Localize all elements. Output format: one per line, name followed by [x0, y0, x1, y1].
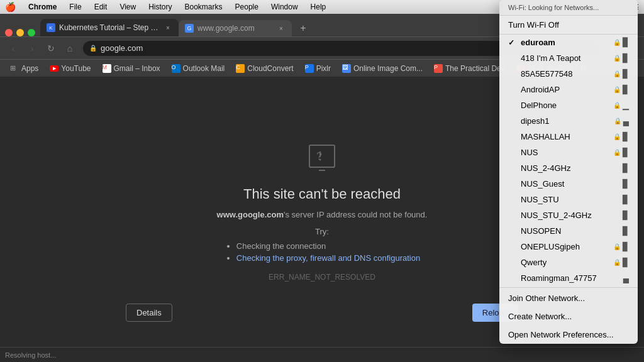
security-lock-icon: 🔒 — [89, 45, 97, 52]
wifi-icons: ▊ — [623, 211, 629, 220]
wifi-name: NUS_2-4GHz — [521, 163, 619, 173]
wifi-network-roamingman[interactable]: Roamingman_47757 ▄ — [499, 270, 638, 286]
wifi-network-androidap[interactable]: AndroidAP 🔒 ▊ — [499, 82, 638, 97]
tab-google[interactable]: G www.google.com × — [179, 20, 292, 36]
menu-window[interactable]: Window — [269, 3, 301, 11]
wifi-signal-icon: ▊ — [623, 53, 629, 63]
wifi-icons: 🔒 ▊ — [613, 53, 629, 63]
bookmark-outlook[interactable]: O Outlook Mail — [167, 62, 230, 75]
wifi-network-mashallah[interactable]: MASHALLAH 🔒 ▊ — [499, 129, 638, 145]
wifi-create-network[interactable]: Create Network... — [499, 307, 638, 326]
bookmark-gmail[interactable]: M Gmail – Inbox — [97, 62, 165, 75]
wifi-signal-icon: ▊ — [623, 132, 629, 141]
tab-kubernetes[interactable]: K Kubernetes Tutorial – Step by... × — [40, 19, 179, 36]
wifi-signal-icon: ▊ — [623, 211, 629, 220]
apple-menu[interactable]: 🍎 — [5, 2, 16, 12]
menu-edit[interactable]: Edit — [92, 3, 110, 11]
menu-help[interactable]: Help — [308, 3, 329, 11]
wifi-dropdown: Wi-Fi: Looking for Networks... Turn Wi-F… — [499, 0, 638, 344]
error-bullet-2[interactable]: Checking the proxy, firewall and DNS con… — [236, 253, 420, 263]
wifi-turn-off-button[interactable]: Turn Wi-Fi Off — [499, 16, 638, 35]
wifi-signal-icon: ▄ — [623, 116, 629, 126]
wifi-network-nusopen[interactable]: NUSOPEN ▊ — [499, 223, 638, 239]
wifi-network-eduroam[interactable]: ✓ eduroam 🔒 ▊ — [499, 35, 638, 50]
back-button[interactable]: ‹ — [5, 40, 21, 57]
wifi-signal-icon: ▊ — [623, 38, 629, 47]
wifi-network-oneplus[interactable]: ONEPLUSgipeh 🔒 ▊ — [499, 239, 638, 255]
bookmark-online-image[interactable]: 🖼 Online Image Com... — [337, 62, 428, 75]
wifi-lock-icon: 🔒 — [614, 118, 621, 124]
wifi-network-nus-guest[interactable]: NUS_Guest ▊ — [499, 176, 638, 192]
wifi-network-dipesh1[interactable]: dipesh1 🔒 ▄ — [499, 113, 638, 129]
bookmark-pixlr[interactable]: P Pixlr — [300, 62, 336, 75]
wifi-name: Qwerty — [521, 258, 609, 267]
error-domain: www.google.com — [217, 210, 284, 219]
wifi-network-85a5[interactable]: 85A5E577548 🔒 ▊ — [499, 66, 638, 82]
bookmark-apps[interactable]: ⊞ Apps — [5, 62, 43, 75]
menu-history[interactable]: History — [146, 3, 174, 11]
wifi-signal-icon: ▁ — [623, 101, 629, 110]
practical-dev-icon: P — [434, 64, 443, 73]
tab-title-google: www.google.com — [197, 24, 273, 33]
wifi-join-other[interactable]: Join Other Network... — [499, 289, 638, 307]
close-window-button[interactable] — [5, 29, 13, 36]
error-link-proxy[interactable]: Checking the proxy, firewall and DNS con… — [236, 253, 420, 263]
tab-favicon-google: G — [185, 24, 194, 33]
menu-chrome[interactable]: Chrome — [26, 3, 59, 11]
wifi-icons: 🔒 ▊ — [613, 69, 629, 79]
wifi-signal-icon: ▊ — [623, 85, 629, 94]
wifi-name: eduroam — [521, 38, 609, 47]
bookmark-online-image-label: Online Image Com... — [353, 64, 423, 73]
error-desc-suffix: 's server IP address could not be found. — [284, 210, 427, 219]
wifi-divider — [499, 287, 638, 288]
minimize-window-button[interactable] — [16, 29, 24, 36]
bookmark-pixlr-label: Pixlr — [316, 64, 331, 73]
gmail-icon: M — [103, 64, 111, 73]
wifi-network-nus-stu-2-4ghz[interactable]: NUS_STU_2-4GHz ▊ — [499, 207, 638, 223]
maximize-window-button[interactable] — [28, 29, 35, 36]
wifi-icons: ▊ — [623, 195, 629, 204]
wifi-lock-icon: 🔒 — [613, 70, 621, 77]
menu-view[interactable]: View — [117, 3, 138, 11]
wifi-name: MASHALLAH — [521, 132, 609, 141]
wifi-network-preferences[interactable]: Open Network Preferences... — [499, 326, 638, 344]
wifi-signal-icon: ▊ — [623, 69, 629, 79]
pixlr-icon: P — [305, 64, 314, 73]
wifi-name: dipesh1 — [521, 116, 610, 126]
wifi-network-nus[interactable]: NUS 🔒 ▊ — [499, 145, 638, 160]
bookmark-practical-dev[interactable]: P The Practical Dev — [429, 62, 510, 75]
wifi-network-nus-stu[interactable]: NUS_STU ▊ — [499, 192, 638, 207]
wifi-icons: 🔒 ▊ — [613, 242, 629, 251]
forward-button[interactable]: › — [24, 40, 40, 57]
home-button[interactable]: ⌂ — [62, 40, 78, 57]
reload-button[interactable]: ↻ — [43, 40, 59, 57]
wifi-name: NUS — [521, 148, 609, 157]
tab-favicon-kubernetes: K — [47, 23, 55, 32]
bookmark-youtube[interactable]: ▶ YouTube — [45, 62, 96, 75]
menu-people[interactable]: People — [233, 3, 261, 11]
tab-close-kubernetes[interactable]: × — [164, 23, 172, 32]
new-tab-button[interactable]: + — [294, 20, 312, 36]
tab-close-google[interactable]: × — [277, 24, 286, 33]
wifi-network-nus-2-4ghz[interactable]: NUS_2-4GHz ▊ — [499, 160, 638, 176]
wifi-network-delphone[interactable]: DelPhone 🔒 ▁ — [499, 97, 638, 113]
error-title: This site can't be reached — [243, 186, 401, 202]
svg-text:?: ? — [316, 151, 322, 162]
wifi-icons: 🔒 ▊ — [613, 38, 629, 47]
bookmark-practical-dev-label: The Practical Dev — [445, 64, 505, 73]
error-page-icon: ? — [306, 142, 338, 173]
bookmark-cloudconvert-label: CloudConvert — [247, 64, 293, 73]
wifi-icons: 🔒 ▊ — [613, 258, 629, 267]
wifi-name: 418 I'm A Teapot — [521, 53, 609, 63]
wifi-icons: ▊ — [623, 163, 629, 173]
menu-file[interactable]: File — [67, 3, 84, 11]
menu-bookmarks[interactable]: Bookmarks — [182, 3, 225, 11]
wifi-network-teapot[interactable]: 418 I'm A Teapot 🔒 ▊ — [499, 50, 638, 66]
wifi-icons: 🔒 ▊ — [613, 85, 629, 94]
wifi-network-qwerty[interactable]: Qwerty 🔒 ▊ — [499, 255, 638, 270]
wifi-lock-icon: 🔒 — [613, 243, 621, 250]
wifi-name: NUSOPEN — [521, 226, 619, 236]
details-button[interactable]: Details — [126, 304, 172, 322]
wifi-icons: ▄ — [623, 273, 629, 283]
bookmark-cloudconvert[interactable]: C CloudConvert — [231, 62, 298, 75]
